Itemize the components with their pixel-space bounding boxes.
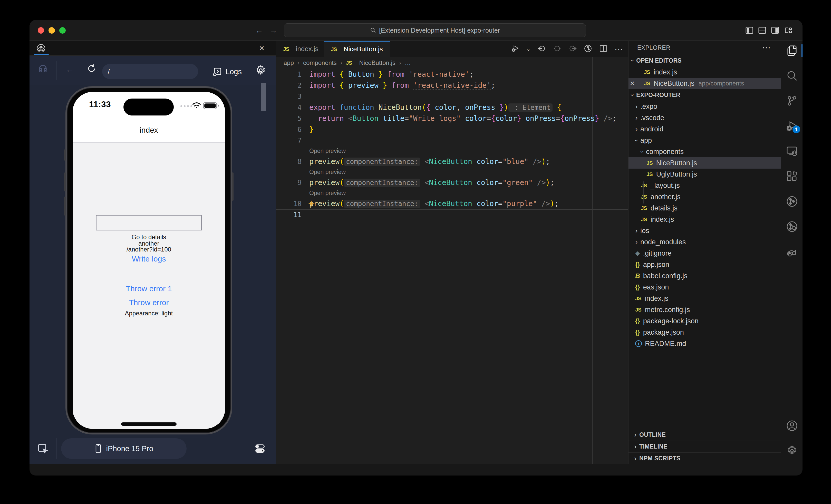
editor-tab-NiceButton.js[interactable]: JSNiceButton.js [324,41,390,57]
ai-sparkle-icon[interactable]: ✦ [308,199,315,209]
text-input[interactable] [96,215,202,231]
tree-file-babel.config.js[interactable]: Bbabel.config.js [629,270,781,281]
tree-folder-.vscode[interactable]: ›.vscode [629,112,781,123]
device-selector-button[interactable]: iPhone 15 Pro [61,438,187,459]
throw-error-button[interactable]: Throw error [73,298,225,307]
breadcrumb-tail[interactable]: … [405,59,411,66]
expo-preview-tab[interactable] [33,41,49,56]
codelens-open-preview[interactable]: Open preview [276,188,628,198]
toggle-sidebar-right-icon[interactable] [771,26,779,34]
activitybar-gitlens-icon[interactable] [786,195,798,208]
tree-file-package-lock.json[interactable]: {}package-lock.json [629,316,781,327]
tree-folder-node_modules[interactable]: ›node_modules [629,236,781,248]
nav-back-icon[interactable]: ← [65,64,74,75]
code-line-4[interactable]: 4export function NiceButton({ color, onP… [276,102,628,113]
activitybar-account-icon[interactable] [786,420,798,432]
activitybar-remote-explorer-icon[interactable] [786,145,798,157]
run-dropdown-icon[interactable]: ⌄ [526,46,531,52]
explorer-more-icon[interactable]: ⋯ [762,42,771,53]
code-line-6[interactable]: 6} [276,124,628,135]
appearance-toggles-icon[interactable] [254,443,266,454]
codelens-open-preview[interactable]: Open preview [276,167,628,177]
breadcrumb[interactable]: app›components›JSNiceButton.js›… [284,57,411,69]
throw-error-1-button[interactable]: Throw error 1 [73,284,225,293]
activitybar-live-share-icon[interactable] [786,245,798,258]
breadcrumb-item[interactable]: NiceButton.js [359,59,395,66]
run-or-debug-icon[interactable] [511,45,519,54]
code-line-9[interactable]: 9preview(componentInstance: <NiceButton … [276,177,628,188]
tree-file-app.json[interactable]: {}app.json [629,259,781,270]
link-go-to-details[interactable]: Go to details [73,234,225,241]
section-npm-scripts[interactable]: ›NPM SCRIPTS [629,452,781,464]
code-area[interactable]: 1import { Button } from 'react-native';2… [276,69,628,464]
code-line-1[interactable]: 1import { Button } from 'react-native'; [276,69,628,80]
tree-file-metro.config.js[interactable]: JSmetro.config.js [629,304,781,316]
code-line-2[interactable]: 2import { preview } from 'react-native-i… [276,80,628,91]
write-logs-button[interactable]: Write logs [73,255,225,263]
close-editor-icon[interactable]: ✕ [629,80,636,87]
code-line-11[interactable]: 11 [276,209,628,220]
history-back-icon[interactable]: ← [255,26,263,35]
nav-middle-icon[interactable] [553,44,562,54]
tree-file-.gitignore[interactable]: ◆.gitignore [629,248,781,259]
url-bar[interactable]: / [102,64,198,79]
tree-folder-app[interactable]: ›app [629,135,781,146]
activitybar-settings-icon[interactable] [786,444,798,457]
nav-forward-icon[interactable] [568,44,577,54]
section-timeline[interactable]: ›TIMELINE [629,441,781,452]
reload-icon[interactable] [86,63,97,73]
breadcrumb-item[interactable]: app [284,59,294,66]
tree-file-UglyButton.js[interactable]: JSUglyButton.js [629,169,781,180]
toggle-panel-icon[interactable] [758,26,767,34]
code-line-8[interactable]: 8preview(componentInstance: <NiceButton … [276,156,628,167]
tree-file-README.md[interactable]: iREADME.md [629,338,781,349]
close-panel-icon[interactable]: ✕ [257,44,266,53]
toggle-sidebar-left-icon[interactable] [745,26,754,34]
inspect-element-icon[interactable] [37,443,49,454]
activitybar-run-debug-icon[interactable]: 1 [786,120,798,132]
maximize-window-button[interactable] [59,27,66,34]
code-line-3[interactable]: 3 [276,91,628,102]
split-editor-icon[interactable] [599,44,608,54]
tree-file-package.json[interactable]: {}package.json [629,327,781,338]
code-line-5[interactable]: 5 return <Button title="Write logs" colo… [276,113,628,124]
tree-file-another.js[interactable]: JSanother.js [629,191,781,203]
tree-file-NiceButton.js[interactable]: JSNiceButton.js [629,157,781,169]
tree-file-index.js[interactable]: JSindex.js [629,293,781,304]
more-actions-icon[interactable]: ⋯ [614,44,624,54]
tree-file-index.js[interactable]: JSindex.js [629,214,781,225]
close-window-button[interactable] [38,27,44,34]
code-line-10[interactable]: 10preview(componentInstance: <NiceButton… [276,198,628,209]
activitybar-explorer-icon[interactable] [786,45,798,57]
tree-folder-.expo[interactable]: ›.expo [629,101,781,112]
tree-file-_layout.js[interactable]: JS_layout.js [629,180,781,191]
command-center[interactable]: [Extension Development Host] expo-router [284,23,586,37]
editor-tab-index.js[interactable]: JSindex.js [276,41,326,57]
preview-scrollbar[interactable] [261,83,266,111]
section-project-root[interactable]: ›EXPO-ROUTER [629,89,781,101]
link-another-id[interactable]: /another?id=100 [73,246,225,253]
tree-folder-ios[interactable]: ›ios [629,225,781,236]
code-line-7[interactable]: 7 [276,135,628,146]
tree-file-details.js[interactable]: JSdetails.js [629,203,781,214]
open-editor-index.js[interactable]: JSindex.js [629,66,781,78]
tree-file-eas.json[interactable]: {}eas.json [629,281,781,293]
breadcrumb-item[interactable]: components [303,59,337,66]
file-history-icon[interactable] [583,44,592,54]
section-outline[interactable]: ›OUTLINE [629,429,781,441]
codelens-open-preview[interactable]: Open preview [276,146,628,156]
activitybar-extensions-icon[interactable] [786,170,798,182]
section-open-editors[interactable]: ›OPEN EDITORS [629,55,781,66]
activitybar-gitlens-search-icon[interactable] [786,220,798,233]
activitybar-source-control-icon[interactable] [786,95,798,107]
element-inspector-icon[interactable] [37,64,49,75]
history-forward-icon[interactable]: → [270,26,278,35]
tree-folder-android[interactable]: ›android [629,123,781,135]
tree-folder-components[interactable]: ›components [629,146,781,157]
customize-layout-icon[interactable] [784,26,793,34]
settings-gear-icon[interactable] [255,64,267,76]
logs-button[interactable]: Logs [212,65,242,78]
open-editor-NiceButton.js[interactable]: ✕JSNiceButton.jsapp/components [629,78,781,89]
activitybar-search-icon[interactable] [786,69,798,82]
nav-back-icon[interactable] [537,44,546,54]
